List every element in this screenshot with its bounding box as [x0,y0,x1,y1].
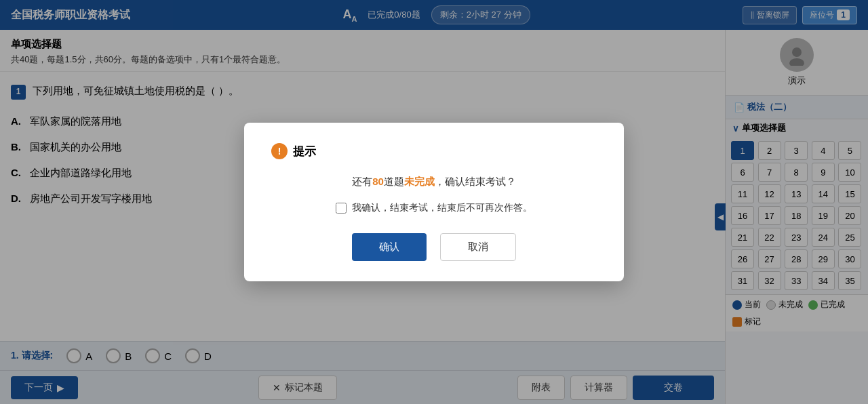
modal-incomplete-label: 未完成 [404,176,435,187]
modal-warning-icon: ! [271,143,288,159]
modal-confirm-button[interactable]: 确认 [352,233,427,261]
confirm-checkbox[interactable] [336,203,347,214]
modal-title: 提示 [293,144,316,159]
modal-buttons: 确认 取消 [271,233,597,261]
modal-checkbox-row: 我确认，结束考试，结束后不可再次作答。 [271,202,597,214]
modal-body-text: 还有 [352,176,372,187]
modal-title-row: ! 提示 [271,143,597,159]
modal-overlay: ! 提示 还有80道题未完成，确认结束考试？ 我确认，结束考试，结束后不可再次作… [0,0,868,404]
modal-body-mid: 道题 [384,176,404,187]
checkbox-label: 我确认，结束考试，结束后不可再次作答。 [352,202,532,214]
modal-body: 还有80道题未完成，确认结束考试？ [271,176,597,188]
modal-cancel-button[interactable]: 取消 [440,233,516,261]
modal-body-end: ，确认结束考试？ [435,176,516,187]
modal-dialog: ! 提示 还有80道题未完成，确认结束考试？ 我确认，结束考试，结束后不可再次作… [244,123,624,281]
modal-incomplete-count: 80 [372,176,384,187]
